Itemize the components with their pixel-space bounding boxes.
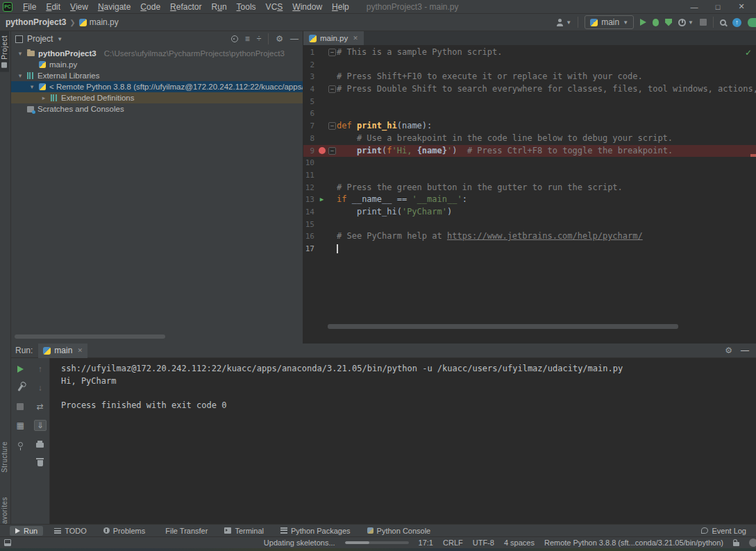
code-line-14[interactable]: 14 print_hi('PyCharm')	[303, 206, 756, 219]
code-line-11[interactable]: 11	[303, 169, 756, 182]
breadcrumb-file[interactable]: main.py	[90, 17, 119, 27]
run-button[interactable]	[640, 19, 646, 26]
background-task-progressbar[interactable]	[345, 541, 409, 544]
line-number[interactable]: 3	[303, 71, 316, 83]
pin-tab-button[interactable]	[14, 439, 26, 450]
line-number[interactable]: 12	[303, 182, 316, 194]
gear-icon[interactable]: ⚙	[276, 35, 283, 43]
breakpoint-icon[interactable]	[319, 147, 326, 154]
project-view-title[interactable]: Project	[27, 34, 53, 44]
line-number[interactable]: 13	[303, 194, 316, 206]
code-with-me-button[interactable]: ▼	[556, 19, 571, 26]
fold-marker-icon[interactable]	[328, 83, 337, 96]
menu-tools[interactable]: Tools	[232, 1, 261, 13]
menu-view[interactable]: View	[65, 1, 93, 13]
expand-all-button[interactable]: ≡	[245, 34, 250, 44]
line-number[interactable]: 11	[303, 169, 316, 182]
menu-vcs[interactable]: VCS	[261, 1, 288, 13]
menu-refactor[interactable]: Refactor	[165, 1, 206, 13]
toolwindow-tab-terminal[interactable]: Terminal	[219, 526, 269, 536]
search-everywhere-button[interactable]	[720, 19, 726, 26]
menu-run[interactable]: Run	[207, 1, 232, 13]
menu-code[interactable]: Code	[135, 1, 165, 13]
code-line-16[interactable]: 16# See PyCharm help at https://www.jetb…	[303, 230, 756, 243]
line-number[interactable]: 9	[303, 145, 316, 158]
breadcrumb-project[interactable]: pythonProject3	[6, 17, 66, 27]
tree-item-main-py[interactable]: main.py	[11, 59, 303, 70]
code-line-17[interactable]: 17	[303, 243, 756, 255]
expander-icon[interactable]: ▾	[17, 70, 24, 81]
gear-icon[interactable]: ⚙	[725, 346, 732, 355]
line-number[interactable]: 1	[303, 46, 316, 59]
tool-window-tab-structure[interactable]: Structure	[0, 437, 9, 477]
close-icon[interactable]: ✕	[77, 347, 83, 354]
code-line-13[interactable]: 13▶if __name__ == '__main__':	[303, 194, 756, 206]
profiler-button[interactable]: ▼	[678, 19, 694, 26]
scroll-to-end-button[interactable]: ⇓	[34, 420, 47, 431]
code-line-6[interactable]: 6	[303, 108, 756, 120]
tool-window-tab-project[interactable]: Project	[0, 31, 9, 72]
toolwindow-tab-problems[interactable]: Problems	[98, 526, 151, 536]
menu-navigate[interactable]: Navigate	[93, 1, 135, 13]
toolwindow-tab-python-packages[interactable]: Python Packages	[275, 526, 356, 536]
code-line-7[interactable]: 7def print_hi(name):	[303, 120, 756, 133]
line-number[interactable]: 14	[303, 206, 316, 219]
expander-icon[interactable]: ▾	[28, 81, 35, 92]
tree-item-scratches-and-consoles[interactable]: Scratches and Consoles	[11, 103, 303, 115]
expander-icon[interactable]: ▸	[40, 92, 47, 103]
editor-tab-main-py[interactable]: main.py ✕	[303, 31, 364, 45]
clipped-toolbar-icon[interactable]	[748, 18, 756, 27]
code-line-3[interactable]: 3# Press Shift+F10 to execute it or repl…	[303, 71, 756, 83]
code-line-5[interactable]: 5	[303, 96, 756, 108]
inspections-ok-icon[interactable]: ✓	[745, 48, 752, 58]
editor-horizontal-scrollbar[interactable]	[328, 324, 678, 329]
code-area[interactable]: 1# This is a sample Python script.23# Pr…	[303, 45, 756, 330]
restore-layout-button[interactable]: ▦	[14, 420, 26, 431]
line-number[interactable]: 5	[303, 96, 316, 108]
toolwindow-tab-run[interactable]: Run	[10, 526, 43, 536]
up-stack-trace-button[interactable]: ↑	[34, 364, 47, 375]
collapse-all-button[interactable]: ÷	[257, 34, 262, 44]
menu-help[interactable]: Help	[327, 1, 354, 13]
locate-file-button[interactable]	[231, 35, 238, 42]
run-tab-main[interactable]: main ✕	[38, 344, 87, 358]
toolwindow-tab-todo[interactable]: TODO	[49, 526, 92, 536]
toolwindow-tab-file-transfer[interactable]: File Transfer	[156, 526, 213, 536]
hide-panel-button[interactable]: —	[290, 34, 299, 44]
fold-marker-icon[interactable]	[328, 120, 337, 133]
tree-item-external-libraries[interactable]: ▾External Libraries	[11, 70, 303, 81]
fold-marker-icon[interactable]	[328, 46, 337, 59]
run-line-icon[interactable]: ▶	[320, 194, 324, 206]
maximize-button[interactable]: □	[706, 1, 730, 13]
write-access-lock-icon[interactable]	[733, 542, 739, 546]
menu-file[interactable]: File	[18, 1, 41, 13]
line-number[interactable]: 6	[303, 108, 316, 120]
close-icon[interactable]: ✕	[353, 35, 358, 42]
tree-item-extended-definitions[interactable]: ▸Extended Definitions	[11, 92, 303, 103]
error-stripe-mark[interactable]	[750, 154, 756, 157]
stop-button[interactable]	[14, 401, 26, 412]
run-console[interactable]: ssh://ufyilmaz@172.20.242.112:22/kuacc/a…	[50, 358, 756, 524]
toolwindow-switcher-icon[interactable]	[4, 539, 11, 546]
tree-item-remote-python-3-8-8-sftp-ufy[interactable]: ▾< Remote Python 3.8.8 (sftp://ufyilmaz@…	[11, 81, 303, 92]
update-available-icon[interactable]: ↑	[732, 18, 741, 27]
down-stack-trace-button[interactable]: ↓	[34, 382, 47, 393]
menu-edit[interactable]: Edit	[41, 1, 65, 13]
code-line-1[interactable]: 1# This is a sample Python script.	[303, 46, 756, 59]
debug-button[interactable]	[653, 19, 659, 26]
event-log-button[interactable]: Event Log	[701, 527, 746, 535]
fold-marker-icon[interactable]	[328, 145, 337, 158]
line-number[interactable]: 7	[303, 120, 316, 133]
caret-position-widget[interactable]: 17:1	[419, 539, 433, 547]
code-line-10[interactable]: 10	[303, 157, 756, 169]
rerun-button[interactable]	[14, 364, 26, 375]
line-number[interactable]: 17	[303, 243, 316, 255]
line-number[interactable]: 15	[303, 219, 316, 231]
expander-icon[interactable]: ▾	[17, 48, 24, 59]
code-line-12[interactable]: 12# Press the green button in the gutter…	[303, 182, 756, 194]
run-configuration-select[interactable]: main ▼	[585, 15, 634, 29]
soft-wrap-button[interactable]: ⇄	[34, 401, 47, 412]
menu-window[interactable]: Window	[287, 1, 327, 13]
line-ending-widget[interactable]: CRLF	[443, 539, 463, 547]
clear-all-button[interactable]	[34, 457, 47, 468]
